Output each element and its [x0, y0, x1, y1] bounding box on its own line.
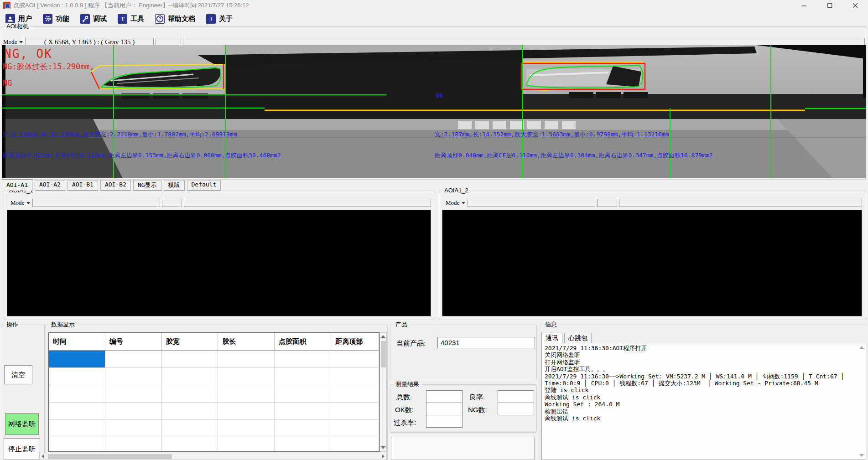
table-cell[interactable]	[331, 385, 379, 403]
minimize-icon	[802, 3, 807, 8]
result-groupbox: 测量结果 总数: 良率: OK数: NG数: 过杀率:	[390, 384, 537, 433]
table-cell[interactable]	[49, 403, 105, 420]
menu-debug-button[interactable]: 调试	[78, 12, 109, 25]
scrollbar-thumb[interactable]	[381, 341, 386, 367]
menu-tools-button[interactable]: T 工具	[116, 12, 146, 25]
aoia1-2-field-1[interactable]	[468, 199, 595, 207]
maximize-button[interactable]	[817, 0, 842, 11]
ok-count-input[interactable]	[426, 403, 463, 415]
scroll-down-icon[interactable]	[859, 454, 864, 457]
table-cell[interactable]	[218, 351, 275, 368]
scroll-right-icon[interactable]	[382, 454, 385, 459]
tab[interactable]: AOI-A2	[35, 181, 65, 191]
table-header-cell[interactable]: 点胶面积	[275, 333, 331, 350]
aoia1-1-viewport[interactable]	[7, 210, 431, 316]
aoia1-2-label: AOIA1_2	[442, 187, 470, 194]
current-product-input[interactable]: 40231	[437, 337, 535, 348]
table-cell[interactable]	[331, 403, 379, 420]
table-cell[interactable]	[218, 403, 275, 420]
table-cell[interactable]	[331, 351, 379, 368]
scroll-down-icon[interactable]	[381, 446, 385, 449]
table-horizontal-scrollbar[interactable]	[39, 453, 387, 460]
aoia1-2-field-2[interactable]	[597, 199, 617, 207]
camera-group-label: AOI相机	[5, 23, 30, 30]
camera-image[interactable]: NG, OK NG:胶体过长:15.290mm, NG OK 宽:2.218mm…	[2, 45, 866, 178]
product-note-box[interactable]	[391, 437, 535, 460]
aoia1-1-field-3[interactable]	[184, 199, 431, 207]
table-cell[interactable]	[331, 420, 379, 437]
table-header-cell[interactable]: 胶宽	[162, 333, 218, 350]
aoia1-1-field-2[interactable]	[162, 199, 182, 207]
total-count-input[interactable]	[426, 390, 463, 403]
table-header-cell[interactable]: 距离顶部	[331, 333, 379, 350]
table-cell[interactable]	[331, 368, 379, 385]
table-cell[interactable]	[218, 385, 275, 403]
aoia1-1-field-1[interactable]	[32, 199, 160, 207]
operation-group-label: 操作	[5, 321, 20, 328]
info-tab[interactable]: 通讯	[541, 332, 562, 343]
table-cell[interactable]	[162, 403, 218, 420]
table-cell[interactable]	[162, 437, 218, 452]
menu-about-button[interactable]: i 关于	[204, 12, 234, 25]
network-listen-button[interactable]: 网络监听	[5, 413, 39, 435]
log-line: 打开网络监听	[545, 359, 863, 366]
table-cell[interactable]	[49, 437, 105, 452]
table-cell[interactable]	[105, 385, 162, 403]
table-cell[interactable]	[275, 385, 331, 403]
scrollbar-thumb[interactable]	[48, 454, 172, 459]
menu-function-button[interactable]: 功能	[41, 12, 71, 25]
table-header-cell[interactable]: 编号	[105, 333, 162, 350]
tab[interactable]: 模版	[164, 181, 185, 191]
log-line: Time:0:0:9 │ CPU:0 │ 线程数:67 │ 提交大小:123M …	[545, 380, 863, 387]
table-cell[interactable]	[49, 368, 105, 385]
tab[interactable]: Default	[187, 181, 221, 191]
scroll-up-icon[interactable]	[859, 346, 864, 349]
aoia1-2-field-3[interactable]	[619, 199, 862, 207]
scroll-left-icon[interactable]	[42, 454, 44, 459]
table-cell[interactable]	[49, 351, 105, 368]
table-cell[interactable]	[162, 385, 218, 403]
table-cell[interactable]	[275, 403, 331, 420]
table-cell[interactable]	[105, 368, 162, 385]
stop-listen-button[interactable]: 停止监听	[4, 438, 40, 460]
minimize-button[interactable]	[791, 0, 817, 11]
close-button[interactable]	[842, 0, 868, 11]
table-cell[interactable]	[105, 351, 162, 368]
tab[interactable]: AOI-B2	[100, 181, 131, 191]
table-cell[interactable]	[162, 351, 218, 368]
camera-mode-dropdown[interactable]: Mode	[3, 38, 23, 46]
table-cell[interactable]	[275, 420, 331, 437]
yield-input[interactable]	[498, 390, 534, 403]
menu-help-button[interactable]: ? 帮助文档	[153, 12, 197, 25]
table-cell[interactable]	[218, 368, 275, 385]
aoia1-2-viewport[interactable]	[442, 210, 862, 316]
table-cell[interactable]	[275, 437, 331, 452]
overkill-rate-input[interactable]	[426, 415, 463, 428]
table-cell[interactable]	[275, 351, 331, 368]
aoia1-2-mode-dropdown[interactable]: Mode	[446, 199, 465, 207]
table-cell[interactable]	[105, 403, 162, 420]
table-cell[interactable]	[331, 437, 379, 452]
tab[interactable]: AOI-B1	[68, 181, 98, 191]
tab[interactable]: NG显示	[133, 181, 161, 191]
table-cell[interactable]	[105, 437, 162, 452]
table-cell[interactable]	[49, 420, 105, 437]
scroll-up-icon[interactable]	[381, 335, 385, 338]
product-group-label: 产品	[394, 321, 409, 328]
table-header-cell[interactable]: 时间	[49, 333, 105, 350]
table-cell[interactable]	[275, 368, 331, 385]
ng-count-input[interactable]	[498, 403, 534, 415]
table-cell[interactable]	[49, 385, 105, 403]
tab[interactable]: AOI-A1	[2, 179, 32, 191]
aoia1-1-mode-dropdown[interactable]: Mode	[10, 199, 30, 207]
table-vertical-scrollbar[interactable]	[379, 332, 387, 452]
comm-log[interactable]: 2021/7/29 11:36:30:AOI程序打开关闭网络监听打开网络监听开启…	[541, 343, 866, 460]
table-cell[interactable]	[162, 420, 218, 437]
table-header-cell[interactable]: 胶长	[218, 333, 275, 350]
info-tab[interactable]: 心跳包	[564, 333, 592, 343]
clear-button[interactable]: 清空	[4, 365, 32, 384]
table-cell[interactable]	[218, 437, 275, 452]
table-cell[interactable]	[162, 368, 218, 385]
table-cell[interactable]	[105, 420, 162, 437]
table-cell[interactable]	[218, 420, 275, 437]
